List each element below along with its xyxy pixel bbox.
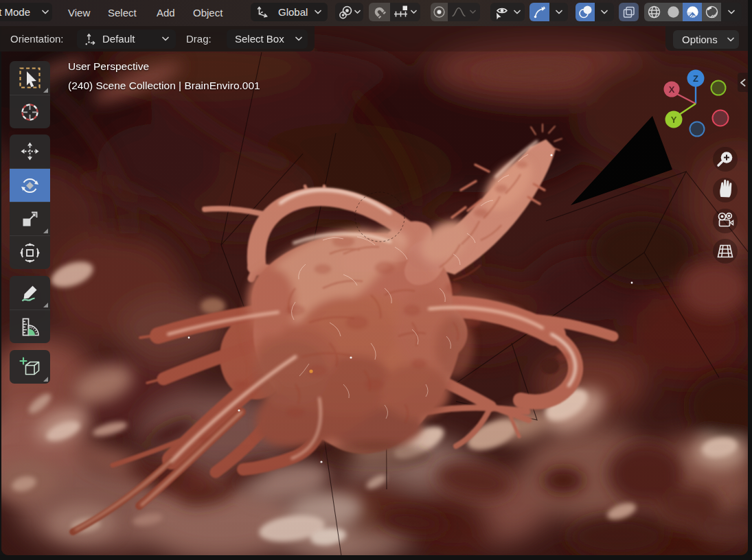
svg-text:Z: Z [693, 73, 698, 84]
svg-text:X: X [669, 84, 675, 95]
svg-text:Y: Y [671, 115, 677, 125]
